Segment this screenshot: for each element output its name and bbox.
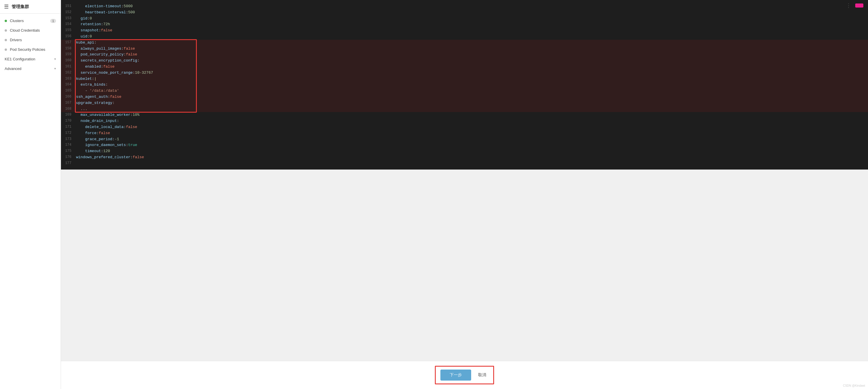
- code-line: 155 snapshot:false: [61, 28, 868, 34]
- code-line: 171 delete_local_data:false: [61, 124, 868, 130]
- line-content: election-timeout:5000: [76, 3, 867, 9]
- code-line: 170 node_drain_input:: [61, 118, 868, 124]
- line-content: gid:0: [76, 16, 867, 22]
- line-content: pod_security_policy:false: [76, 52, 867, 58]
- line-number: 165: [62, 88, 76, 93]
- next-button[interactable]: 下一步: [440, 369, 471, 381]
- code-line: 174 ignore_daemon_sets:true: [61, 142, 868, 148]
- top-right-actions: ⋮: [846, 2, 863, 9]
- sidebar-item-drivers[interactable]: Drivers: [0, 35, 61, 45]
- sidebar: ☰ 管理集群 Clusters1Cloud CredentialsDrivers…: [0, 0, 61, 389]
- line-content: ignore_daemon_sets:true: [76, 142, 867, 148]
- line-content: delete_local_data:false: [76, 124, 867, 130]
- line-content: ssh_agent_auth:false: [76, 94, 867, 100]
- line-content: max_unavailable_worker:10%: [76, 112, 867, 118]
- line-number: 162: [62, 70, 76, 76]
- line-number: 176: [62, 154, 76, 160]
- line-content: timeout:120: [76, 148, 867, 154]
- line-number: 166: [62, 94, 76, 99]
- line-content: uid:0: [76, 34, 867, 40]
- nav-dot-clusters: [5, 20, 7, 22]
- code-line: 175 timeout:120: [61, 148, 868, 154]
- sidebar-item-ke1-configuration[interactable]: KE1 Configuration▾: [0, 54, 61, 64]
- line-content: snapshot:false: [76, 28, 867, 34]
- code-line: 165 - '/data:/data': [61, 88, 868, 94]
- nav-dot-drivers: [5, 39, 7, 41]
- nav-label-ke1-configuration: KE1 Configuration: [5, 57, 35, 61]
- cancel-button[interactable]: 取消: [476, 369, 489, 381]
- code-line: 169 max_unavailable_worker:10%: [61, 112, 868, 118]
- line-content: force:false: [76, 130, 867, 137]
- line-content: node_drain_input:: [76, 118, 867, 124]
- nav-dot-pod-security-policies: [5, 49, 7, 51]
- nav-label-cloud-credentials: Cloud Credentials: [10, 28, 40, 32]
- line-number: 172: [62, 130, 76, 136]
- watermark: CSDN @Kindawi: [843, 384, 865, 387]
- sidebar-title: 管理集群: [11, 4, 29, 9]
- code-line: 158 always_pull_images:false: [61, 46, 868, 52]
- nav-label-clusters: Clusters: [10, 19, 24, 23]
- line-number: 151: [62, 3, 76, 9]
- line-number: 173: [62, 137, 76, 142]
- code-line: 166ssh_agent_auth:false: [61, 94, 868, 100]
- line-content: windows_prefered_cluster:false: [76, 154, 867, 160]
- line-number: 154: [62, 22, 76, 27]
- sidebar-nav: Clusters1Cloud CredentialsDriversPod Sec…: [0, 13, 61, 389]
- line-content: heartbeat-interval:500: [76, 9, 867, 16]
- line-number: 153: [62, 16, 76, 21]
- code-line: 164 extra_binds:: [61, 82, 868, 88]
- code-line: 173 grace_period:-1: [61, 137, 868, 143]
- code-line: 162 service_node_port_range:10-32767: [61, 70, 868, 76]
- nav-chevron-advanced: ▾: [54, 67, 56, 70]
- line-content: retention:72h: [76, 22, 867, 28]
- line-number: 169: [62, 112, 76, 118]
- nav-dot-cloud-credentials: [5, 29, 7, 32]
- sidebar-item-pod-security-policies[interactable]: Pod Security Policies: [0, 45, 61, 54]
- line-number: 159: [62, 52, 76, 57]
- hamburger-icon[interactable]: ☰: [4, 3, 9, 10]
- sidebar-header: ☰ 管理集群: [0, 0, 61, 13]
- code-line: 177: [61, 160, 868, 166]
- line-content: - '/data:/data': [76, 88, 867, 94]
- line-number: 167: [62, 100, 76, 106]
- line-number: 161: [62, 64, 76, 69]
- line-number: 168: [62, 106, 76, 112]
- more-icon[interactable]: ⋮: [846, 2, 851, 9]
- code-line: 161 enabled:false: [61, 64, 868, 70]
- line-content: grace_period:-1: [76, 137, 867, 143]
- action-bar: 下一步 取消: [61, 361, 868, 389]
- line-content: ...: [76, 106, 867, 112]
- code-wrapper: 151 election-timeout:5000152 heartbeat-i…: [61, 0, 868, 361]
- code-line: 151 election-timeout:5000: [61, 3, 868, 9]
- line-number: 175: [62, 148, 76, 154]
- code-line: 156 uid:0: [61, 34, 868, 40]
- nav-label-advanced: Advanced: [5, 66, 22, 71]
- line-content: always_pull_images:false: [76, 46, 867, 52]
- code-line: 167upgrade_strategy:: [61, 100, 868, 106]
- line-content: extra_binds:: [76, 82, 867, 88]
- line-content: enabled:false: [76, 64, 867, 70]
- line-number: 163: [62, 76, 76, 82]
- code-container[interactable]: 151 election-timeout:5000152 heartbeat-i…: [61, 0, 868, 170]
- line-number: 157: [62, 40, 76, 45]
- line-number: 156: [62, 34, 76, 39]
- line-content: upgrade_strategy:: [76, 100, 867, 106]
- code-line: 157kube_api:: [61, 40, 868, 46]
- brand-indicator: [855, 3, 863, 7]
- code-line: 160 secrets_encryption_config:: [61, 58, 868, 64]
- line-number: 155: [62, 28, 76, 33]
- nav-label-drivers: Drivers: [10, 38, 22, 42]
- sidebar-item-advanced[interactable]: Advanced▾: [0, 64, 61, 73]
- line-number: 171: [62, 124, 76, 130]
- line-content: service_node_port_range:10-32767: [76, 70, 867, 76]
- code-line: 163kubelet:|: [61, 76, 868, 82]
- nav-badge-clusters: 1: [50, 19, 56, 23]
- sidebar-item-cloud-credentials[interactable]: Cloud Credentials: [0, 26, 61, 35]
- code-line: 159 pod_security_policy:false: [61, 52, 868, 58]
- code-editor: 151 election-timeout:5000152 heartbeat-i…: [61, 0, 868, 170]
- sidebar-item-clusters[interactable]: Clusters1: [0, 16, 61, 26]
- line-number: 177: [62, 160, 76, 166]
- code-line: 176windows_prefered_cluster:false: [61, 154, 868, 160]
- line-number: 170: [62, 118, 76, 124]
- code-line: 154 retention:72h: [61, 22, 868, 28]
